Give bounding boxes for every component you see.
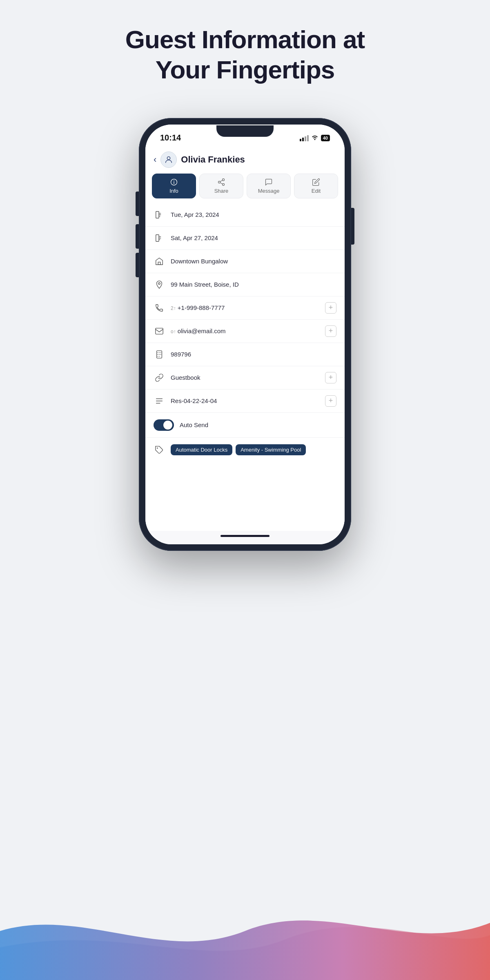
home-bar-indicator bbox=[220, 535, 270, 537]
home-bar bbox=[145, 531, 345, 544]
svg-rect-6 bbox=[158, 262, 160, 265]
guestbook-row: Guestbook + bbox=[145, 366, 345, 390]
code-row: 989796 bbox=[145, 343, 345, 366]
property-icon bbox=[154, 256, 165, 267]
phone-add-button[interactable]: + bbox=[325, 302, 336, 314]
bottom-wave bbox=[0, 898, 490, 980]
reservation-row: Res-04-22-24-04 + bbox=[145, 390, 345, 413]
svg-point-15 bbox=[160, 354, 161, 355]
back-button[interactable]: ‹ bbox=[154, 155, 156, 164]
signal-icon bbox=[300, 135, 309, 141]
svg-point-0 bbox=[167, 156, 170, 159]
page-title: Guest Information at Your Fingertips bbox=[125, 24, 365, 85]
checkin-icon bbox=[154, 209, 165, 220]
property-row: Downtown Bungalow bbox=[145, 250, 345, 273]
tab-edit[interactable]: Edit bbox=[294, 174, 338, 198]
svg-point-16 bbox=[157, 356, 158, 356]
phone-notch bbox=[216, 125, 274, 137]
content-area: Tue, Apr 23, 2024 Sat, Apr 27, 2024 bbox=[145, 203, 345, 531]
guestbook-add-button[interactable]: + bbox=[325, 372, 336, 383]
tag-door-locks: Automatic Door Locks bbox=[171, 444, 232, 455]
svg-point-13 bbox=[157, 354, 158, 355]
phone-mockup: 10:14 40 ‹ bbox=[139, 118, 351, 551]
checkin-row: Tue, Apr 23, 2024 bbox=[145, 203, 345, 227]
battery-icon: 40 bbox=[321, 135, 330, 141]
svg-point-10 bbox=[157, 352, 158, 353]
checkout-row: Sat, Apr 27, 2024 bbox=[145, 227, 345, 250]
email-add-button[interactable]: + bbox=[325, 325, 336, 337]
phone-icon bbox=[154, 302, 165, 314]
svg-point-21 bbox=[157, 448, 158, 449]
guestbook-text: Guestbook bbox=[171, 374, 319, 382]
email-row: o↑ olivia@email.com + bbox=[145, 320, 345, 343]
tag-swimming-pool: Amenity - Swimming Pool bbox=[236, 444, 306, 455]
svg-point-3 bbox=[174, 180, 174, 181]
address-row: 99 Main Street, Boise, ID bbox=[145, 273, 345, 296]
status-time: 10:14 bbox=[160, 133, 181, 143]
svg-point-11 bbox=[159, 352, 160, 353]
address-text: 99 Main Street, Boise, ID bbox=[171, 281, 336, 289]
svg-point-12 bbox=[160, 352, 161, 353]
status-icons: 40 bbox=[300, 134, 330, 141]
auto-send-toggle[interactable] bbox=[154, 419, 174, 431]
tags-icon bbox=[154, 444, 165, 456]
email-text: o↑ olivia@email.com bbox=[171, 327, 226, 334]
code-icon bbox=[154, 349, 165, 360]
checkout-icon bbox=[154, 232, 165, 244]
auto-send-row: Auto Send bbox=[145, 413, 345, 438]
tab-message[interactable]: Message bbox=[247, 174, 291, 198]
reservation-id: Res-04-22-24-04 bbox=[171, 397, 319, 405]
wifi-icon bbox=[311, 134, 318, 141]
phone-text: 2↑ +1-999-888-7777 bbox=[171, 304, 225, 311]
svg-point-14 bbox=[159, 354, 160, 355]
auto-send-label: Auto Send bbox=[180, 421, 208, 428]
svg-rect-8 bbox=[156, 328, 163, 334]
avatar bbox=[160, 151, 177, 168]
checkout-date: Sat, Apr 27, 2024 bbox=[171, 234, 336, 242]
svg-rect-5 bbox=[156, 235, 159, 242]
tab-info[interactable]: Info bbox=[152, 174, 196, 198]
guestbook-icon bbox=[154, 372, 165, 383]
address-icon bbox=[154, 279, 165, 290]
guest-name: Olivia Frankies bbox=[181, 154, 245, 165]
access-code: 989796 bbox=[171, 350, 336, 359]
property-name: Downtown Bungalow bbox=[171, 257, 336, 265]
checkin-date: Tue, Apr 23, 2024 bbox=[171, 211, 336, 219]
tab-info-label: Info bbox=[169, 188, 178, 194]
tab-message-label: Message bbox=[258, 188, 280, 194]
tags-row: Automatic Door Locks Amenity - Swimming … bbox=[145, 438, 345, 462]
phone-row: 2↑ +1-999-888-7777 + bbox=[145, 296, 345, 320]
tab-bar: Info Share Message Edi bbox=[145, 174, 345, 203]
app-header: ‹ Olivia Frankies bbox=[145, 147, 345, 174]
svg-rect-4 bbox=[156, 212, 159, 218]
reservation-add-button[interactable]: + bbox=[325, 395, 336, 407]
phone-screen: 10:14 40 ‹ bbox=[145, 125, 345, 544]
email-icon bbox=[154, 325, 165, 337]
svg-point-17 bbox=[159, 356, 160, 356]
svg-point-7 bbox=[158, 283, 160, 285]
tab-share-label: Share bbox=[214, 188, 229, 194]
reservation-icon bbox=[154, 395, 165, 407]
tags-container: Automatic Door Locks Amenity - Swimming … bbox=[171, 444, 336, 455]
tab-share[interactable]: Share bbox=[199, 174, 243, 198]
tab-edit-label: Edit bbox=[312, 188, 321, 194]
